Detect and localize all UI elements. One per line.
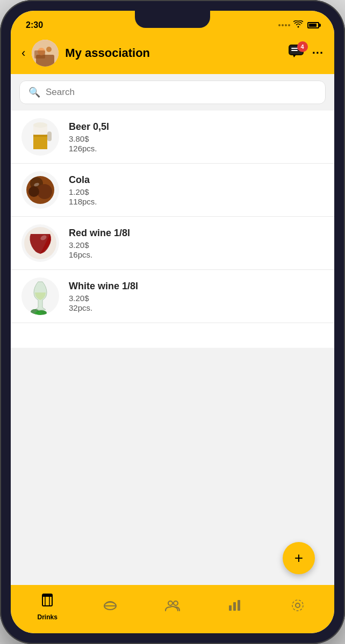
product-image-cola: [21, 171, 59, 209]
more-button[interactable]: ···: [312, 46, 324, 60]
nav-item-food[interactable]: [78, 598, 141, 616]
phone-frame: 2:30 ‹: [0, 0, 345, 644]
food-icon: [103, 598, 117, 616]
page-title: My association: [65, 46, 282, 60]
signal-icon: [278, 24, 290, 26]
svg-rect-12: [33, 135, 47, 137]
svg-point-32: [174, 601, 178, 605]
product-price-cola: 1.20$: [69, 187, 324, 196]
avatar: [32, 40, 59, 67]
product-qty-white-wine: 32pcs.: [69, 303, 324, 312]
drinks-icon: [40, 593, 54, 611]
status-icons: [278, 20, 319, 30]
svg-point-17: [37, 184, 52, 199]
product-price-beer: 3.80$: [69, 134, 324, 143]
product-image-white-wine: [21, 277, 59, 315]
members-icon: [165, 599, 180, 614]
fab-container: +: [283, 542, 315, 574]
wifi-icon: [293, 20, 303, 30]
svg-rect-33: [229, 605, 232, 611]
product-info-cola: Cola 1.20$ 118pcs.: [69, 174, 324, 206]
product-info-red-wine: Red wine 1/8l 3.20$ 16pcs.: [69, 228, 324, 259]
product-price-red-wine: 3.20$: [69, 240, 324, 250]
search-icon: 🔍: [28, 86, 40, 98]
svg-point-37: [292, 600, 303, 611]
back-button[interactable]: ‹: [21, 46, 25, 60]
svg-point-31: [168, 601, 172, 605]
svg-rect-14: [47, 131, 52, 141]
product-price-white-wine: 3.20$: [69, 294, 324, 303]
product-item-beer[interactable]: Beer 0,5l 3.80$ 126pcs.: [11, 111, 334, 164]
product-info-beer: Beer 0,5l 3.80$ 126pcs.: [69, 121, 324, 153]
product-image-beer: [21, 118, 59, 156]
chat-badge: 4: [297, 41, 308, 52]
svg-point-36: [296, 603, 300, 608]
svg-rect-11: [33, 135, 47, 149]
chat-button[interactable]: 4: [289, 45, 304, 62]
nav-item-settings[interactable]: [267, 598, 329, 616]
avatar-image: [32, 40, 59, 67]
search-input[interactable]: [46, 87, 317, 98]
settings-icon: [291, 598, 305, 616]
search-container: 🔍: [11, 74, 334, 111]
nav-item-members[interactable]: [141, 599, 204, 614]
svg-rect-34: [233, 602, 236, 611]
svg-rect-35: [238, 600, 240, 611]
product-item-red-wine[interactable]: Red wine 1/8l 3.20$ 16pcs.: [11, 217, 334, 270]
product-image-red-wine: [21, 224, 59, 262]
svg-rect-4: [34, 50, 45, 58]
nav-item-stats[interactable]: [204, 599, 266, 615]
product-name-white-wine: White wine 1/8l: [69, 281, 324, 292]
phone-screen: 2:30 ‹: [11, 11, 334, 633]
svg-point-13: [33, 122, 47, 128]
nav-item-drinks[interactable]: Drinks: [16, 593, 78, 621]
add-button[interactable]: +: [283, 542, 315, 574]
search-bar[interactable]: 🔍: [19, 80, 326, 104]
product-list: Beer 0,5l 3.80$ 126pcs. C: [11, 111, 334, 348]
product-qty-beer: 126pcs.: [69, 144, 324, 153]
product-qty-red-wine: 16pcs.: [69, 250, 324, 259]
svg-rect-28: [42, 594, 52, 597]
product-item-white-wine[interactable]: White wine 1/8l 3.20$ 32pcs.: [11, 270, 334, 323]
product-qty-cola: 118pcs.: [69, 197, 324, 206]
status-time: 2:30: [26, 20, 43, 30]
product-name-red-wine: Red wine 1/8l: [69, 228, 324, 239]
nav-label-drinks: Drinks: [38, 613, 58, 621]
product-name-beer: Beer 0,5l: [69, 121, 324, 133]
header: ‹ My association: [11, 35, 334, 74]
product-name-cola: Cola: [69, 174, 324, 186]
bottom-nav: Drinks: [11, 585, 334, 633]
stats-icon: [228, 599, 242, 615]
header-actions: 4 ···: [289, 45, 324, 62]
notch: [135, 11, 210, 28]
svg-point-18: [28, 186, 39, 197]
product-item-cola[interactable]: Cola 1.20$ 118pcs.: [11, 164, 334, 217]
product-info-white-wine: White wine 1/8l 3.20$ 32pcs.: [69, 281, 324, 312]
battery-icon: [307, 22, 319, 28]
svg-point-3: [46, 47, 52, 52]
